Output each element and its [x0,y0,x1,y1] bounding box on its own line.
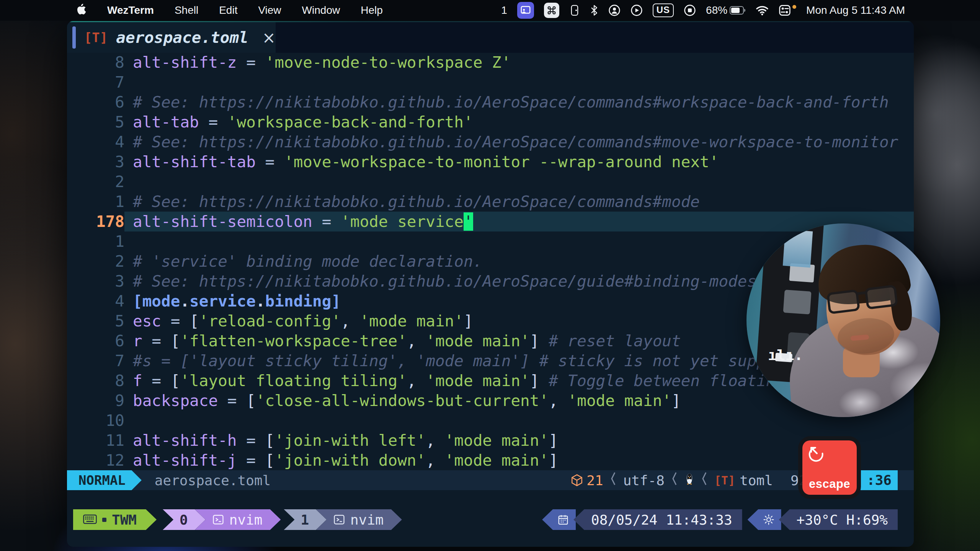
code-text: alt-shift-h = ['join-with left', 'mode m… [124,430,558,450]
user-circle-icon[interactable] [608,4,621,16]
active-tab-accent [72,26,76,49]
line-number: 9 [73,391,124,411]
editor-line[interactable]: 6# See: https://nikitabobko.github.io/Ae… [67,92,914,112]
line-number: 3 [73,271,124,291]
menu-clock[interactable]: Mon Aug 5 11:43 AM [806,4,905,16]
tmux-weather: +30°C H:69% [779,509,898,530]
tab-title: aerospace.toml [116,28,248,47]
editor-line[interactable]: 1# See: https://nikitabobko.github.io/Ae… [67,192,914,212]
menu-item-view[interactable]: View [258,4,281,16]
battery-indicator[interactable]: 68% [706,4,746,16]
code-text: alt-shift-tab = 'move-workspace-to-monit… [124,152,719,172]
code-text [124,72,133,92]
editor-line[interactable]: 178alt-shift-semicolon = 'mode service' [67,212,914,231]
menu-item-shell[interactable]: Shell [175,4,198,16]
menu-item-window[interactable]: Window [302,4,340,16]
menu-item-help[interactable]: Help [361,4,383,16]
webcam-overlay: ılı. [746,223,940,417]
tab-bar: [T] aerospace.toml × [67,22,914,53]
tab-close-icon[interactable]: × [262,28,276,47]
line-number: 8 [73,371,124,391]
cursor-location: :36 [861,470,898,490]
tmux-windows: 0nvim1nvim [160,509,402,530]
code-text: # See: https://nikitabobko.github.io/Aer… [124,271,756,291]
device-mirror-icon[interactable] [569,4,580,16]
menu-app-name[interactable]: WezTerm [107,4,154,16]
line-number: 7 [73,351,124,371]
line-number: 7 [73,72,124,92]
line-number: 10 [73,411,124,430]
code-text: backspace = ['close-all-windows-but-curr… [124,391,681,411]
line-number: 3 [73,152,124,172]
tmux-window-name: nvim [316,509,402,530]
line-number: 6 [73,331,124,351]
chevron-left-icon [671,471,678,489]
tmux-weather-segment: +30°C H:69% [748,509,898,530]
editor-line[interactable]: 10 [67,411,914,430]
macos-menu-bar: WezTerm Shell Edit View Window Help 1 US [0,0,980,21]
os-penguin-icon [684,473,694,488]
calendar-icon [542,509,576,530]
tmux-status-bar: TWM 0nvim1nvim 08/05/24 11:43:33 +30°C H… [67,509,914,530]
line-number: 178 [73,212,124,231]
workspace-indicator: 1 [501,4,507,16]
chevron-left-icon [701,471,707,489]
tmux-window-name: nvim [195,509,281,530]
editor-line[interactable]: 7 [67,72,914,92]
line-number: 1 [73,192,124,212]
bluetooth-icon[interactable] [590,4,598,16]
keyboard-icon [83,512,97,528]
tmux-session-name: TWM [112,512,137,528]
tmux-datetime: 08/05/24 11:43:33 [573,509,742,530]
notification-dot [792,5,796,9]
code-text: r = ['flatten-workspace-tree', 'mode mai… [124,331,681,351]
command-key-icon[interactable] [544,3,559,18]
toml-filetype-icon: [T] [714,474,735,487]
code-text: # See: https://nikitabobko.github.io/Aer… [124,92,889,112]
tmux-window-0[interactable]: 0nvim [163,509,281,530]
editor-line[interactable]: 8alt-shift-z = 'move-node-to-workspace Z… [67,52,914,72]
screen-sharing-icon[interactable] [517,2,534,19]
tab-aerospace-toml[interactable]: [T] aerospace.toml × [67,22,276,53]
play-circle-icon[interactable] [630,4,643,16]
code-text: [mode.service.binding] [124,291,341,311]
vim-mode-indicator: NORMAL [67,470,142,490]
code-text: # 'service' binding mode declaration. [124,251,482,271]
code-text: # See: https://nikitabobko.github.io/Aer… [124,132,898,152]
code-text [124,411,133,430]
code-text: esc = ['reload-config', 'mode main'] [124,311,473,331]
input-source-icon[interactable]: US [653,3,674,17]
line-number: 11 [73,430,124,450]
word-count: 21 [586,473,603,488]
code-text: # See: https://nikitabobko.github.io/Aer… [124,192,700,212]
tmux-datetime-segment: 08/05/24 11:43:33 [542,509,742,530]
menu-item-edit[interactable]: Edit [219,4,237,16]
editor-line[interactable]: 4# See: https://nikitabobko.github.io/Ae… [67,132,914,152]
tmux-session-segment[interactable]: TWM [73,509,157,530]
keystroke-key: escape [802,440,857,495]
editor-line[interactable]: 11alt-shift-h = ['join-with left', 'mode… [67,430,914,450]
line-number: 8 [73,52,124,72]
control-center-icon[interactable] [779,4,796,16]
keystroke-overlay: escape [798,436,861,499]
code-text [124,231,133,251]
session-dot [102,518,106,522]
line-number: 12 [73,450,124,470]
stop-record-icon[interactable] [684,4,696,16]
sun-icon [748,509,781,530]
escape-icon [807,445,825,463]
editor-line[interactable]: 5alt-tab = 'workspace-back-and-forth' [67,112,914,132]
line-number: 4 [73,291,124,311]
code-text: f = ['layout floating tiling', 'mode mai… [124,371,785,391]
battery-percent: 68% [706,4,727,16]
editor-line[interactable]: 2 [67,172,914,192]
wifi-icon[interactable] [756,5,769,16]
line-number: 4 [73,132,124,152]
editor-line[interactable]: 3alt-shift-tab = 'move-workspace-to-moni… [67,152,914,172]
line-number: 5 [73,311,124,331]
apple-menu-icon[interactable] [75,3,87,18]
vim-statusline: NORMAL aerospace.toml 21 utf-8 [T] toml … [67,470,914,490]
vim-cursor: ' [464,212,473,231]
editor-line[interactable]: 12alt-shift-j = ['join-with down', 'mode… [67,450,914,470]
tmux-window-1[interactable]: 1nvim [284,509,402,530]
